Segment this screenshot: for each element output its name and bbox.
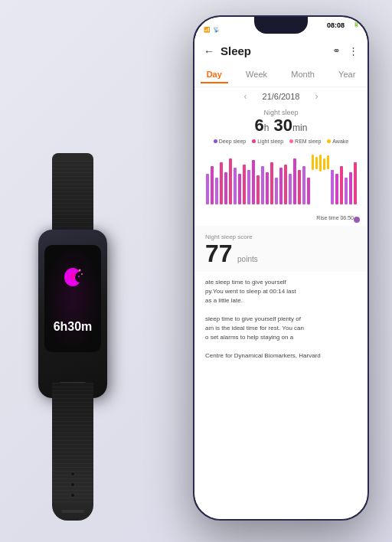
- hours-unit: h: [264, 122, 270, 133]
- svg-rect-30: [340, 166, 343, 204]
- svg-rect-17: [284, 165, 287, 204]
- rise-time: Rise time 06:50: [202, 215, 360, 222]
- share-icon[interactable]: ⚭: [332, 45, 341, 57]
- sleep-hours: 6: [255, 116, 264, 135]
- score-row: 77 points: [205, 240, 357, 267]
- device-body: 6h30m: [38, 230, 107, 398]
- score-section: Night sleep score 77 points: [194, 226, 368, 272]
- app-content: ← Sleep ⚭ ⋮ Day Week Month Year ‹: [194, 38, 368, 519]
- svg-rect-25: [319, 155, 322, 171]
- svg-rect-22: [307, 178, 310, 204]
- strap-hole-3: [70, 493, 75, 498]
- svg-rect-10: [252, 160, 255, 204]
- svg-rect-11: [256, 175, 260, 204]
- text-line-7: Centre for Dynamical Biomarkers, Harvard: [205, 351, 357, 361]
- light-sleep-label: Light sleep: [257, 139, 283, 144]
- app-title: Sleep: [220, 44, 332, 57]
- screen-glow: [44, 245, 101, 352]
- svg-rect-16: [279, 168, 283, 204]
- phone-screen: 📶 📡 08:08 🔋 ← Sleep ⚭ ⋮: [194, 17, 368, 519]
- score-unit: points: [237, 255, 258, 263]
- svg-rect-26: [323, 158, 325, 170]
- sleep-legend: Deep sleep Light sleep REM sleep Awake: [194, 136, 368, 146]
- battery-icon: 🔋: [353, 21, 360, 28]
- tab-month[interactable]: Month: [285, 67, 321, 83]
- strap-bottom: [52, 383, 93, 521]
- svg-rect-32: [349, 172, 352, 204]
- awake-label: Awake: [332, 139, 348, 144]
- tabs: Day Week Month Year: [194, 64, 368, 87]
- wifi-icon: 📡: [213, 27, 220, 33]
- band-body: 6h30m: [38, 153, 107, 521]
- svg-rect-4: [224, 172, 227, 204]
- svg-rect-15: [275, 178, 278, 204]
- strap-hole-1: [70, 472, 75, 476]
- prev-date-button[interactable]: ‹: [244, 91, 247, 102]
- svg-point-34: [79, 269, 81, 272]
- device-screen: 6h30m: [44, 245, 101, 352]
- svg-rect-0: [206, 174, 209, 204]
- awake-dot: [327, 139, 331, 143]
- svg-rect-12: [261, 166, 264, 204]
- tab-year[interactable]: Year: [332, 67, 361, 83]
- legend-deep-sleep: Deep sleep: [214, 139, 246, 144]
- device-time-display: 6h30m: [54, 320, 93, 334]
- tab-week[interactable]: Week: [240, 67, 273, 83]
- more-icon[interactable]: ⋮: [348, 45, 358, 57]
- strap-clasp: [61, 510, 84, 513]
- svg-point-36: [78, 276, 80, 277]
- text-line-1: ate sleep time to give yourself: [205, 278, 357, 287]
- svg-rect-29: [335, 174, 338, 204]
- svg-rect-20: [298, 170, 301, 204]
- legend-awake: Awake: [327, 139, 348, 144]
- svg-rect-19: [293, 158, 296, 204]
- next-date-button[interactable]: ›: [315, 91, 318, 102]
- svg-rect-23: [312, 155, 314, 170]
- strap-holes: [70, 472, 75, 498]
- header-icons: ⚭ ⋮: [332, 45, 358, 57]
- minutes-unit: min: [292, 122, 307, 133]
- sleep-chart: Rise time 06:50: [194, 146, 368, 215]
- svg-rect-8: [243, 165, 246, 204]
- current-date: 21/6/2018: [263, 92, 300, 101]
- svg-rect-9: [247, 170, 250, 204]
- svg-point-35: [81, 273, 83, 275]
- sleep-chart-svg: [202, 151, 360, 212]
- text-line-4: sleep time to give yourself plenty of: [205, 315, 357, 324]
- deep-sleep-dot: [214, 139, 217, 143]
- svg-rect-28: [331, 170, 334, 204]
- back-button[interactable]: ←: [204, 45, 214, 57]
- signal-bars: 📶: [204, 27, 211, 33]
- text-line-3: as a little late.: [205, 296, 357, 305]
- svg-rect-5: [229, 158, 232, 204]
- svg-rect-31: [345, 178, 348, 204]
- svg-rect-1: [211, 166, 214, 204]
- text-line-2: py.You went to sleep at 00:14 last: [205, 287, 357, 296]
- date-nav: ‹ 21/6/2018 ›: [194, 87, 368, 106]
- svg-rect-6: [234, 168, 237, 204]
- svg-rect-2: [215, 178, 218, 204]
- deep-sleep-label: Deep sleep: [219, 139, 246, 144]
- status-time: 08:08: [327, 21, 345, 29]
- sleep-minutes: 30: [274, 116, 292, 135]
- tab-day[interactable]: Day: [201, 67, 228, 83]
- rem-sleep-label: REM sleep: [295, 139, 321, 144]
- svg-rect-27: [327, 155, 329, 169]
- phone: 📶 📡 08:08 🔋 ← Sleep ⚭ ⋮: [193, 15, 369, 521]
- sleep-time: 6h 30min: [194, 116, 368, 135]
- legend-light-sleep: Light sleep: [252, 139, 283, 144]
- legend-rem-sleep: REM sleep: [289, 139, 321, 144]
- svg-rect-14: [270, 162, 273, 204]
- sleep-icon: [59, 263, 87, 294]
- svg-rect-21: [302, 166, 305, 204]
- scene: 📶 📡 08:08 🔋 ← Sleep ⚭ ⋮: [0, 0, 392, 542]
- app-header: ← Sleep ⚭ ⋮: [194, 38, 368, 64]
- score-value: 77: [205, 240, 233, 267]
- text-content: ate sleep time to give yourself py.You w…: [194, 272, 368, 367]
- svg-rect-13: [266, 172, 269, 204]
- svg-rect-3: [220, 162, 223, 204]
- fitband: 6h30m: [15, 153, 138, 521]
- strap-hole-2: [70, 482, 75, 487]
- rem-sleep-dot: [289, 139, 293, 143]
- phone-notch: [254, 17, 308, 34]
